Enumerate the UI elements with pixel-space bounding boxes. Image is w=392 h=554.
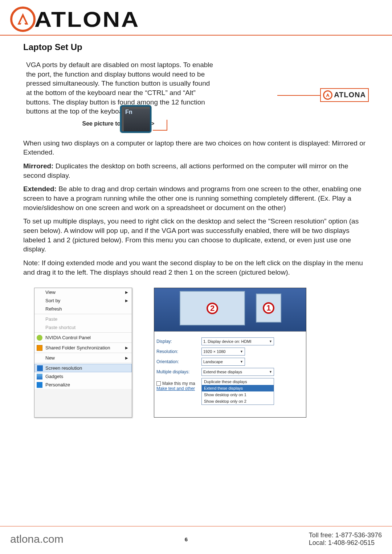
display-dropdown[interactable]: 1. Display device on: HDMI▼ bbox=[201, 337, 274, 345]
extended-text: Be able to drag and drop certain windows… bbox=[23, 185, 362, 211]
orientation-value: Landscape bbox=[203, 360, 223, 364]
local-number: Local: 1-408-962-0515 bbox=[309, 539, 382, 547]
pic-icon bbox=[37, 374, 42, 379]
context-menu-label: Shared Folder Synchronization bbox=[45, 345, 110, 350]
context-menu-item[interactable]: Sort by▶ bbox=[34, 296, 132, 305]
display-settings-image: 2 1 Display: 1. Display device on: HDMI▼… bbox=[154, 288, 306, 418]
chevron-down-icon: ▼ bbox=[240, 350, 243, 353]
page-number: 6 bbox=[185, 536, 188, 542]
logo-icon bbox=[323, 90, 332, 100]
paragraph-note: Note: If doing extended mode and you wan… bbox=[23, 258, 369, 277]
display-preview: 2 1 bbox=[154, 288, 306, 332]
multiple-displays-dropdown[interactable]: Extend these displays▼ bbox=[201, 368, 274, 376]
desk-icon bbox=[37, 382, 42, 388]
paragraph-choices: When using two displays on a computer or… bbox=[23, 139, 369, 157]
header: ATLONA bbox=[0, 0, 392, 36]
blue-icon bbox=[37, 365, 43, 371]
paragraph-mirrored: Mirrored: Duplicates the desktop on both… bbox=[23, 161, 369, 180]
submenu-arrow-icon: ▶ bbox=[125, 356, 128, 360]
context-menu-label: Screen resolution bbox=[45, 365, 82, 371]
context-menu-label: Paste shortcut bbox=[45, 325, 75, 330]
context-menu-item[interactable]: New▶ bbox=[34, 354, 132, 362]
submenu-arrow-icon: ▶ bbox=[125, 346, 128, 350]
context-menu-label: Personalize bbox=[45, 382, 70, 387]
context-menu-item[interactable]: Paste shortcut bbox=[34, 323, 132, 332]
paragraph-extended: Extended: Be able to drag and drop certa… bbox=[23, 184, 369, 212]
resolution-dropdown[interactable]: 1920 × 1080▼ bbox=[201, 348, 245, 356]
orange-icon bbox=[37, 345, 42, 351]
callout-connector bbox=[153, 120, 167, 131]
context-menu-label: NVIDIA Control Panel bbox=[45, 335, 91, 340]
main-display-checkbox[interactable] bbox=[156, 381, 161, 386]
brand-wordmark: ATLONA bbox=[34, 7, 140, 32]
context-menu-label: Paste bbox=[45, 316, 57, 322]
monitor-1-badge: 1 bbox=[263, 302, 274, 314]
logo-icon bbox=[10, 7, 36, 32]
page-content: Laptop Set Up VGA ports by default are d… bbox=[0, 36, 392, 418]
chevron-down-icon: ▼ bbox=[269, 340, 272, 343]
extended-label: Extended: bbox=[23, 185, 57, 193]
text-size-link[interactable]: Make text and other bbox=[156, 386, 195, 391]
monitor-2-badge: 2 bbox=[207, 303, 218, 314]
dropdown-option[interactable]: Show desktop only on 2 bbox=[202, 398, 274, 405]
context-menu-label: View bbox=[45, 290, 56, 295]
context-menu-label: New bbox=[45, 355, 55, 361]
context-menu-item[interactable]: View▶ bbox=[34, 288, 132, 296]
context-menu-item[interactable]: Paste bbox=[34, 315, 132, 323]
monitor-1: 1 bbox=[256, 294, 281, 323]
context-menu-label: Gadgets bbox=[45, 374, 63, 379]
resolution-value: 1920 × 1080 bbox=[203, 349, 225, 354]
context-menu-item[interactable]: Gadgets bbox=[34, 372, 132, 381]
context-menu-image: View▶Sort by▶RefreshPastePaste shortcutN… bbox=[34, 288, 132, 418]
orientation-dropdown[interactable]: Landscape▼ bbox=[201, 358, 245, 366]
section-title: Laptop Set Up bbox=[23, 42, 369, 52]
footer: atlona.com 6 Toll free: 1-877-536-3976 L… bbox=[0, 526, 392, 554]
multiple-value: Extend these displays bbox=[203, 370, 242, 374]
context-menu-label: Sort by bbox=[45, 298, 60, 303]
green-icon bbox=[37, 335, 42, 341]
mirrored-text: Duplicates the desktop on both screens, … bbox=[23, 162, 348, 179]
mirrored-label: Mirrored: bbox=[23, 162, 53, 170]
submenu-arrow-icon: ▶ bbox=[125, 299, 128, 303]
monitor-2: 2 bbox=[180, 291, 245, 325]
label-multiple: Multiple displays: bbox=[156, 369, 201, 374]
chevron-down-icon: ▼ bbox=[240, 360, 243, 364]
context-menu-label: Refresh bbox=[45, 306, 62, 312]
footer-site: atlona.com bbox=[10, 533, 64, 545]
paragraph-setup: To set up multiple displays, you need to… bbox=[23, 217, 369, 254]
context-menu-item[interactable]: Shared Folder Synchronization▶ bbox=[34, 344, 132, 352]
chevron-down-icon: ▼ bbox=[269, 370, 272, 374]
label-orientation: Orientation: bbox=[156, 359, 201, 364]
submenu-arrow-icon: ▶ bbox=[125, 290, 128, 294]
context-menu-item[interactable]: Screen resolution bbox=[34, 364, 132, 372]
label-display: Display: bbox=[156, 339, 201, 344]
mini-wordmark: ATLONA bbox=[334, 91, 366, 99]
context-menu-item[interactable]: Personalize bbox=[34, 381, 132, 389]
display-value: 1. Display device on: HDMI bbox=[203, 339, 252, 344]
dropdown-option[interactable]: Show desktop only on 1 bbox=[202, 391, 274, 398]
tollfree-number: Toll free: 1-877-536-3976 bbox=[309, 532, 382, 539]
label-resolution: Resolution: bbox=[156, 349, 201, 354]
fn-key-image bbox=[120, 105, 151, 133]
mini-atlona-card: ATLONA bbox=[320, 88, 369, 102]
main-display-label: Make this my ma bbox=[162, 381, 195, 386]
context-menu-item[interactable]: NVIDIA Control Panel bbox=[34, 333, 132, 342]
context-menu-item[interactable]: Refresh bbox=[34, 305, 132, 313]
